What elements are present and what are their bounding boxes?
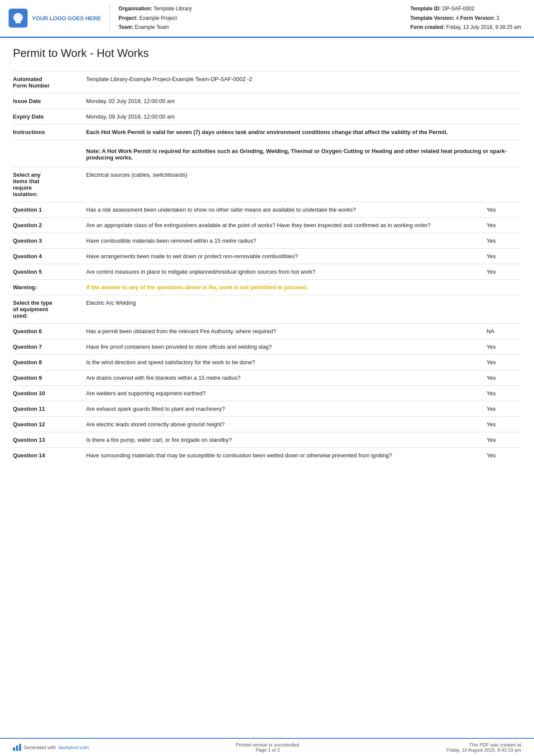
q-label-14: Question 14	[13, 452, 86, 459]
header: YOUR LOGO GOES HERE Organisation: Templa…	[0, 0, 534, 38]
q-label-11: Question 11	[13, 406, 86, 412]
pdf-text: This PDF was created at	[447, 742, 521, 747]
equipment-row: Select the typeof equipmentused: Electri…	[13, 295, 521, 323]
warning-label: Warning:	[13, 284, 86, 291]
question-row-5: Question 5 Are control measures in place…	[13, 264, 521, 279]
page-text: Page 1 of 2	[236, 747, 299, 753]
issue-date-label: Issue Date	[13, 98, 86, 104]
instructions-value: Each Hot Work Permit is valid for seven …	[86, 129, 521, 135]
project-label: Project:	[118, 15, 138, 21]
question-row-7: Question 7 Have fire proof containers be…	[13, 339, 521, 354]
q-answer-3: Yes	[487, 237, 521, 244]
q-text-13: Is there a fire pump, water cart, or fir…	[86, 437, 487, 443]
q-label-3: Question 3	[13, 237, 86, 244]
q-answer-14: Yes	[487, 452, 521, 459]
equipment-value: Electric Arc Welding	[86, 300, 136, 319]
isolation-row: Select anyitems thatrequireisolation: El…	[13, 167, 521, 202]
question-row-3: Question 3 Have combustible materials be…	[13, 233, 521, 248]
q-answer-12: Yes	[487, 421, 521, 428]
question-row-2: Question 2 Are an appropriate class of f…	[13, 217, 521, 233]
q-text-5: Are control measures in place to mitigat…	[86, 269, 487, 275]
generated-text: Generated with	[24, 745, 56, 750]
template-version-label: Template Version:	[410, 15, 454, 21]
q-label-1: Question 1	[13, 206, 86, 213]
q-answer-11: Yes	[487, 406, 521, 412]
q-text-3: Have combustible materials been removed …	[86, 237, 487, 244]
footer-right: This PDF was created at Friday, 10 Augus…	[447, 742, 521, 753]
q-answer-2: Yes	[487, 222, 521, 228]
warning-text: If the answer to any of the questions ab…	[86, 284, 307, 291]
team-label: Team:	[118, 24, 133, 30]
template-id-label: Template ID:	[410, 6, 441, 12]
isolation-value: Electrical sources (cables, switchboards…	[86, 172, 521, 197]
q-text-7: Have fire proof containers been provided…	[86, 344, 487, 350]
isolation-label: Select anyitems thatrequireisolation:	[13, 172, 86, 197]
question-row-1: Question 1 Has a risk assessment been un…	[13, 202, 521, 217]
template-version-row: Template Version: 4 Form Version: 3	[410, 14, 521, 23]
automated-form-row: AutomatedForm Number Template Library-Ex…	[13, 71, 521, 93]
question-row-10: Question 10 Are welders and supporting e…	[13, 385, 521, 401]
header-meta-left: Organisation: Template Library Project: …	[118, 4, 192, 32]
expiry-date-value: Monday, 09 July 2018, 12:00:00 am	[86, 113, 521, 120]
question-row-14: Question 14 Have surrounding materials t…	[13, 447, 521, 463]
q-label-4: Question 4	[13, 253, 86, 259]
q-answer-13: Yes	[487, 437, 521, 443]
q-label-7: Question 7	[13, 344, 86, 350]
issue-date-row: Issue Date Monday, 02 July 2018, 12:00:0…	[13, 93, 521, 109]
form-created-value: Friday, 13 July 2018, 9:38:25 am	[446, 24, 521, 30]
dashpivot-link[interactable]: dashpivot.com	[59, 745, 89, 750]
q-answer-5: Yes	[487, 269, 521, 275]
questions-group-1: Question 1 Has a risk assessment been un…	[13, 202, 521, 279]
issue-date-value: Monday, 02 July 2018, 12:00:00 am	[86, 98, 521, 104]
org-value: Template Library	[154, 6, 192, 12]
expiry-date-row: Expiry Date Monday, 09 July 2018, 12:00:…	[13, 109, 521, 124]
team-row: Team: Example Team	[118, 23, 192, 32]
q-text-9: Are drains covered with fire blankets wi…	[86, 375, 487, 381]
printed-text: Printed version is uncontrolled	[236, 742, 299, 747]
template-id-value: DP-SAF-0002	[442, 6, 475, 12]
form-created-label: Form created:	[410, 24, 445, 30]
form-version-label: Form Version:	[460, 15, 495, 21]
q-answer-6: NA	[487, 328, 521, 334]
q-text-4: Have arrangements been made to wet down …	[86, 253, 487, 259]
project-value: Example Project	[139, 15, 177, 21]
form-version-value: 3	[497, 15, 500, 21]
q-label-13: Question 13	[13, 437, 86, 443]
footer-left: Generated with dashpivot.com	[13, 744, 89, 751]
team-value: Example Team	[135, 24, 169, 30]
org-row: Organisation: Template Library	[118, 4, 192, 14]
q-label-6: Question 6	[13, 328, 86, 334]
page: YOUR LOGO GOES HERE Organisation: Templa…	[0, 0, 534, 756]
q-answer-1: Yes	[487, 206, 521, 213]
q-text-14: Have surrounding materials that may be s…	[86, 452, 487, 459]
template-id-row: Template ID: DP-SAF-0002	[410, 4, 521, 14]
equipment-label: Select the typeof equipmentused:	[13, 300, 86, 319]
q-text-8: Is the wind direction and speed satisfac…	[86, 359, 487, 366]
project-row: Project: Example Project	[118, 14, 192, 23]
q-label-12: Question 12	[13, 421, 86, 428]
instructions-label: Instructions	[13, 129, 86, 135]
main-content: Permit to Work - Hot Works AutomatedForm…	[0, 38, 534, 472]
questions-group-2: Question 6 Has a permit been obtained fr…	[13, 323, 521, 463]
q-answer-10: Yes	[487, 390, 521, 397]
logo-icon	[9, 9, 28, 28]
footer-center: Printed version is uncontrolled Page 1 o…	[236, 742, 299, 753]
q-answer-9: Yes	[487, 375, 521, 381]
org-label: Organisation:	[118, 6, 152, 12]
q-answer-7: Yes	[487, 344, 521, 350]
q-text-12: Are electric leads stored correctly abov…	[86, 421, 487, 428]
q-label-2: Question 2	[13, 222, 86, 228]
question-row-6: Question 6 Has a permit been obtained fr…	[13, 323, 521, 339]
logo-text: YOUR LOGO GOES HERE	[32, 15, 101, 22]
header-meta-right: Template ID: DP-SAF-0002 Template Versio…	[410, 4, 521, 32]
q-text-2: Are an appropriate class of fire extingu…	[86, 222, 487, 228]
q-label-8: Question 8	[13, 359, 86, 366]
warning-row: Warning: If the answer to any of the que…	[13, 279, 521, 295]
header-meta: Organisation: Template Library Project: …	[109, 4, 521, 32]
dashpivot-icon	[13, 744, 21, 751]
logo-area: YOUR LOGO GOES HERE	[9, 4, 101, 32]
footer: Generated with dashpivot.com Printed ver…	[0, 738, 534, 756]
q-text-11: Are exhaust spark guards fitted to plant…	[86, 406, 487, 412]
q-answer-4: Yes	[487, 253, 521, 259]
question-row-8: Question 8 Is the wind direction and spe…	[13, 354, 521, 370]
